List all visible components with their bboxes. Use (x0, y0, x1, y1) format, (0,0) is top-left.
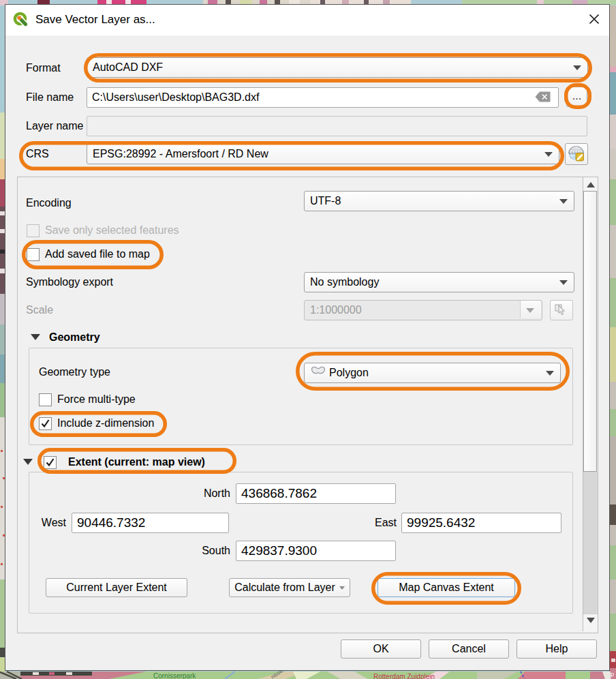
svg-text:Cornisserpark: Cornisserpark (153, 672, 196, 679)
svg-text:Rotterdam Zuidplein: Rotterdam Zuidplein (373, 673, 435, 679)
svg-text:p: p (611, 671, 614, 678)
